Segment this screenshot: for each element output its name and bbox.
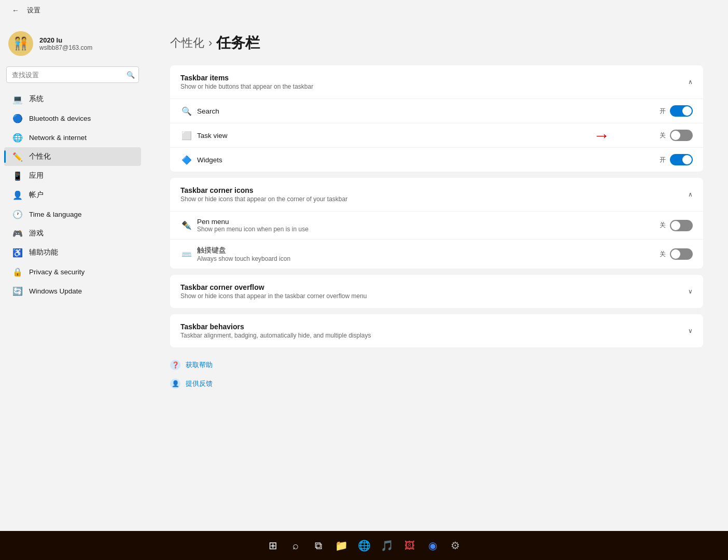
search-row-icon: 🔍: [180, 105, 193, 117]
sidebar: 🧑‍🤝‍🧑 2020 lu wslbb87@163.com 🔍 💻 系统 🔵 B…: [0, 21, 145, 531]
taskbar-chrome[interactable]: ◉: [422, 535, 443, 556]
nav-label-system: 系统: [29, 94, 44, 104]
widgets-title: Widgets: [197, 156, 660, 164]
touch-keyboard-toggle[interactable]: [670, 248, 693, 260]
widgets-toggle-thumb: [682, 155, 692, 164]
sidebar-item-accounts[interactable]: 👤 帐户: [4, 186, 141, 204]
pen-menu-state-label: 关: [660, 221, 666, 230]
accessibility-icon: ♿: [12, 247, 23, 258]
pen-menu-row-icon: ✒️: [180, 219, 193, 232]
back-button[interactable]: ←: [8, 3, 23, 18]
breadcrumb-parent: 个性化: [170, 35, 204, 51]
content-area: 个性化 › 任务栏 Taskbar items Show or hide but…: [145, 21, 728, 531]
taskbar: ⊞⌕⧉📁🌐🎵🖼◉⚙: [0, 531, 728, 560]
nav-label-accounts: 帐户: [29, 190, 44, 200]
collapse-icon-taskbar-items: ∧: [688, 78, 693, 86]
pen-menu-title: Pen menu: [197, 218, 660, 226]
user-profile[interactable]: 🧑‍🤝‍🧑 2020 lu wslbb87@163.com: [0, 25, 145, 66]
section-header-corner-icons[interactable]: Taskbar corner icons Show or hide icons …: [170, 178, 703, 211]
windows-update-icon: 🔄: [12, 286, 23, 296]
footer-link-help[interactable]: ❓ 获取帮助: [170, 358, 703, 372]
avatar: 🧑‍🤝‍🧑: [8, 31, 33, 56]
pen-menu-toggle-thumb: [671, 221, 680, 230]
pen-menu-desc: Show pen menu icon when pen is in use: [197, 226, 660, 233]
gaming-icon: 🎮: [12, 228, 23, 239]
task-view-state-label: 关: [660, 131, 666, 140]
section-title-behaviors: Taskbar behaviors: [180, 323, 371, 331]
touch-keyboard-desc: Always show touch keyboard icon: [197, 255, 660, 262]
search-input[interactable]: [6, 66, 139, 83]
help-label: 获取帮助: [186, 360, 213, 370]
section-desc-corner-icons: Show or hide icons that appear on the co…: [180, 195, 347, 203]
section-title-corner-icons: Taskbar corner icons: [180, 186, 347, 194]
setting-row-touch-keyboard: ⌨️ 触摸键盘 Always show touch keyboard icon …: [170, 239, 703, 269]
nav-label-time: Time & language: [29, 211, 82, 218]
nav-label-bluetooth: Bluetooth & devices: [29, 115, 91, 122]
taskbar-spotify[interactable]: 🎵: [376, 535, 397, 556]
taskbar-settings-gear[interactable]: ⚙: [445, 535, 466, 556]
search-title: Search: [197, 107, 660, 115]
taskbar-file-explorer[interactable]: 📁: [331, 535, 352, 556]
privacy-icon: 🔒: [12, 267, 23, 277]
collapse-icon-behaviors: ∨: [688, 327, 693, 334]
section-desc-taskbar-items: Show or hide buttons that appear on the …: [180, 83, 313, 90]
sidebar-item-accessibility[interactable]: ♿ 辅助功能: [4, 243, 141, 262]
sidebar-item-network[interactable]: 🌐 Network & internet: [4, 128, 141, 147]
feedback-label: 提供反馈: [186, 379, 213, 388]
task-view-toggle[interactable]: [670, 130, 693, 141]
section-behaviors: Taskbar behaviors Taskbar alignment, bad…: [170, 314, 703, 347]
taskbar-search[interactable]: ⌕: [285, 535, 306, 556]
search-toggle-thumb: [682, 106, 692, 116]
collapse-icon-corner-icons: ∧: [688, 191, 693, 198]
accounts-icon: 👤: [12, 190, 23, 200]
system-icon: 💻: [12, 94, 23, 104]
sections-container: Taskbar items Show or hide buttons that …: [170, 65, 703, 347]
section-corner-overflow: Taskbar corner overflow Show or hide ico…: [170, 275, 703, 308]
section-header-behaviors[interactable]: Taskbar behaviors Taskbar alignment, bad…: [170, 314, 703, 347]
nav-label-windows-update: Windows Update: [29, 287, 82, 295]
setting-row-widgets: 🔷 Widgets 开: [170, 147, 703, 172]
taskbar-task-view[interactable]: ⧉: [308, 535, 329, 556]
search-state-label: 开: [660, 107, 666, 116]
sidebar-item-system[interactable]: 💻 系统: [4, 90, 141, 108]
sidebar-item-windows-update[interactable]: 🔄 Windows Update: [4, 282, 141, 300]
taskbar-photos[interactable]: 🖼: [399, 535, 420, 556]
pen-menu-toggle[interactable]: [670, 220, 693, 231]
bluetooth-icon: 🔵: [12, 113, 23, 123]
breadcrumb: 个性化 › 任务栏: [170, 33, 703, 53]
window-title: 设置: [27, 6, 40, 15]
setting-row-search: 🔍 Search 开: [170, 99, 703, 123]
touch-keyboard-state-label: 关: [660, 250, 666, 259]
nav-label-privacy: Privacy & security: [29, 268, 85, 276]
sidebar-item-bluetooth[interactable]: 🔵 Bluetooth & devices: [4, 109, 141, 128]
touch-keyboard-title: 触摸键盘: [197, 246, 660, 255]
sidebar-item-gaming[interactable]: 🎮 游戏: [4, 224, 141, 243]
section-desc-corner-overflow: Show or hide icons that appear in the ta…: [180, 292, 367, 300]
apps-icon: 📱: [12, 171, 23, 181]
breadcrumb-separator: ›: [208, 36, 212, 50]
setting-row-task-view: ⬜ Task view → 关: [170, 123, 703, 147]
sidebar-item-time[interactable]: 🕐 Time & language: [4, 205, 141, 223]
task-view-title: Task view: [197, 132, 660, 139]
section-corner-icons: Taskbar corner icons Show or hide icons …: [170, 178, 703, 269]
widgets-toggle[interactable]: [670, 154, 693, 165]
taskbar-edge[interactable]: 🌐: [354, 535, 374, 556]
search-toggle[interactable]: [670, 105, 693, 117]
nav-list: 💻 系统 🔵 Bluetooth & devices 🌐 Network & i…: [0, 89, 145, 301]
sidebar-item-privacy[interactable]: 🔒 Privacy & security: [4, 262, 141, 281]
task-view-row-icon: ⬜: [180, 129, 193, 142]
nav-label-apps: 应用: [29, 171, 44, 180]
touch-keyboard-row-icon: ⌨️: [180, 248, 193, 260]
sidebar-item-apps[interactable]: 📱 应用: [4, 166, 141, 185]
widgets-state-label: 开: [660, 156, 666, 164]
user-email: wslbb87@163.com: [39, 44, 92, 51]
taskbar-icons: ⊞⌕⧉📁🌐🎵🖼◉⚙: [262, 535, 466, 556]
section-taskbar-items: Taskbar items Show or hide buttons that …: [170, 65, 703, 172]
section-header-corner-overflow[interactable]: Taskbar corner overflow Show or hide ico…: [170, 275, 703, 308]
sidebar-item-personalization[interactable]: ✏️ 个性化: [4, 147, 141, 166]
touch-keyboard-toggle-thumb: [671, 249, 680, 259]
section-header-taskbar-items[interactable]: Taskbar items Show or hide buttons that …: [170, 65, 703, 99]
search-box: 🔍: [6, 66, 139, 83]
taskbar-windows-start[interactable]: ⊞: [262, 535, 283, 556]
footer-link-feedback[interactable]: 👤 提供反馈: [170, 376, 703, 391]
